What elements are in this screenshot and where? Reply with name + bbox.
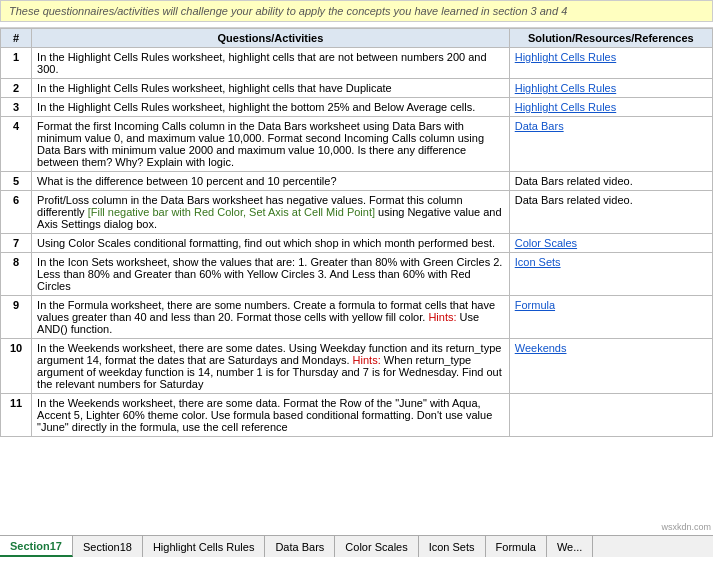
row-solution[interactable]: Highlight Cells Rules (509, 48, 712, 79)
solution-link[interactable]: Weekends (515, 342, 567, 354)
table-row: 9In the Formula worksheet, there are som… (1, 296, 713, 339)
table-row: 4Format the first Incoming Calls column … (1, 117, 713, 172)
tab-color-scales[interactable]: Color Scales (335, 536, 418, 557)
tab-section17[interactable]: Section17 (0, 536, 73, 557)
row-solution[interactable]: Weekends (509, 339, 712, 394)
top-banner: These questionnaires/activities will cha… (0, 0, 713, 22)
row-number: 8 (1, 253, 32, 296)
question-part: Hints: (353, 354, 384, 366)
banner-text: These questionnaires/activities will cha… (9, 5, 567, 17)
row-solution[interactable]: Highlight Cells Rules (509, 79, 712, 98)
row-question: In the Highlight Cells Rules worksheet, … (32, 48, 510, 79)
row-number: 4 (1, 117, 32, 172)
row-question: In the Weekends worksheet, there are som… (32, 339, 510, 394)
row-number: 7 (1, 234, 32, 253)
row-solution[interactable]: Formula (509, 296, 712, 339)
tab-highlight-cells-rules[interactable]: Highlight Cells Rules (143, 536, 266, 557)
table-row: 5What is the difference between 10 perce… (1, 172, 713, 191)
row-solution (509, 394, 712, 437)
row-solution[interactable]: Data Bars (509, 117, 712, 172)
table-header-row: # Questions/Activities Solution/Resource… (1, 29, 713, 48)
table-row: 8In the Icon Sets worksheet, show the va… (1, 253, 713, 296)
row-number: 3 (1, 98, 32, 117)
row-number: 9 (1, 296, 32, 339)
table-row: 10In the Weekends worksheet, there are s… (1, 339, 713, 394)
header-solution: Solution/Resources/References (509, 29, 712, 48)
question-part: In the Formula worksheet, there are some… (37, 299, 495, 323)
row-number: 10 (1, 339, 32, 394)
row-question: What is the difference between 10 percen… (32, 172, 510, 191)
tab-formula[interactable]: Formula (486, 536, 547, 557)
watermark-text: wsxkdn.com (661, 522, 711, 532)
row-question: Format the first Incoming Calls column i… (32, 117, 510, 172)
solution-link[interactable]: Highlight Cells Rules (515, 101, 617, 113)
table-row: 2In the Highlight Cells Rules worksheet,… (1, 79, 713, 98)
row-solution: Data Bars related video. (509, 191, 712, 234)
tab-we...[interactable]: We... (547, 536, 593, 557)
row-question: In the Formula worksheet, there are some… (32, 296, 510, 339)
row-number: 2 (1, 79, 32, 98)
row-solution: Data Bars related video. (509, 172, 712, 191)
solution-link[interactable]: Highlight Cells Rules (515, 51, 617, 63)
solution-link[interactable]: Data Bars (515, 120, 564, 132)
row-question: Profit/Loss column in the Data Bars work… (32, 191, 510, 234)
table-row: 7Using Color Scales conditional formatti… (1, 234, 713, 253)
table-row: 11In the Weekends worksheet, there are s… (1, 394, 713, 437)
row-solution[interactable]: Icon Sets (509, 253, 712, 296)
row-number: 11 (1, 394, 32, 437)
question-part: Hints: (428, 311, 459, 323)
table-row: 1In the Highlight Cells Rules worksheet,… (1, 48, 713, 79)
row-solution[interactable]: Highlight Cells Rules (509, 98, 712, 117)
row-solution[interactable]: Color Scales (509, 234, 712, 253)
content-area: These questionnaires/activities will cha… (0, 0, 713, 557)
header-num: # (1, 29, 32, 48)
row-number: 6 (1, 191, 32, 234)
solution-link[interactable]: Color Scales (515, 237, 577, 249)
table-row: 6Profit/Loss column in the Data Bars wor… (1, 191, 713, 234)
header-questions: Questions/Activities (32, 29, 510, 48)
tab-icon-sets[interactable]: Icon Sets (419, 536, 486, 557)
row-question: In the Weekends worksheet, there are som… (32, 394, 510, 437)
main-table: # Questions/Activities Solution/Resource… (0, 28, 713, 437)
solution-link[interactable]: Icon Sets (515, 256, 561, 268)
watermark: wsxkdn.com (661, 522, 711, 532)
tab-data-bars[interactable]: Data Bars (265, 536, 335, 557)
question-part: [Fill negative bar with Red Color, Set A… (88, 206, 375, 218)
tab-section18[interactable]: Section18 (73, 536, 143, 557)
row-question: In the Highlight Cells Rules worksheet, … (32, 98, 510, 117)
row-question: Using Color Scales conditional formattin… (32, 234, 510, 253)
solution-link[interactable]: Highlight Cells Rules (515, 82, 617, 94)
solution-link[interactable]: Formula (515, 299, 555, 311)
row-question: In the Icon Sets worksheet, show the val… (32, 253, 510, 296)
row-number: 1 (1, 48, 32, 79)
table-row: 3In the Highlight Cells Rules worksheet,… (1, 98, 713, 117)
row-question: In the Highlight Cells Rules worksheet, … (32, 79, 510, 98)
tab-bar: Section17Section18Highlight Cells RulesD… (0, 535, 713, 557)
row-number: 5 (1, 172, 32, 191)
